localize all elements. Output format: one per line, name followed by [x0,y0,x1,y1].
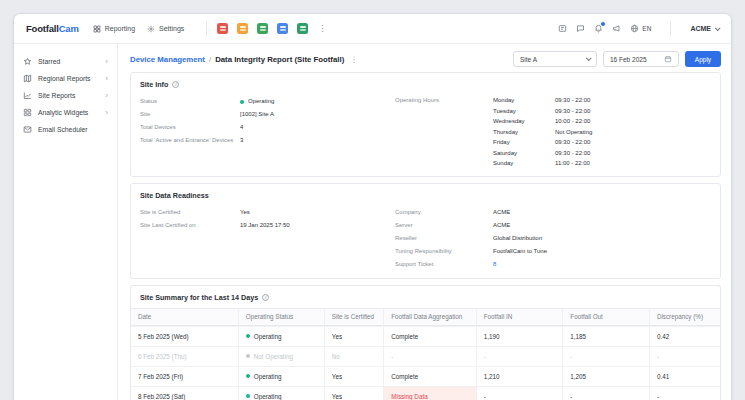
cell-footfall-out: - [563,387,650,400]
app-launcher-icon[interactable] [217,23,228,34]
more-apps-icon[interactable]: ⋮ [318,24,326,33]
field-value: 19 Jan 2025 17:50 [240,219,290,232]
cell-aggregation: - [384,347,476,366]
chat-icon[interactable] [576,24,585,33]
status-label: Status [140,95,240,108]
field-label: Reseller [395,232,493,245]
top-navbar: FootfallCam Reporting Settings [14,14,731,44]
nav-settings-label: Settings [159,25,184,32]
breadcrumb-device-management[interactable]: Device Management [130,55,205,64]
operating-hours-row: Monday 09:30 - 22:00 [493,95,711,106]
topbar-divider [206,22,207,36]
readiness-field-row: Reseller Global Distribution [395,232,711,245]
cell-footfall-out: 1,205 [563,367,650,386]
table-row[interactable]: 8 Feb 2025 (Sat) Operating Yes Missing D… [131,386,720,400]
sidebar-item-label: Starred [38,58,60,65]
whats-new-icon[interactable] [558,24,567,33]
cell-date: 5 Feb 2025 (Wed) [131,327,239,346]
account-menu[interactable]: ACME [690,25,719,32]
day-label: Tuesday [493,106,555,117]
cell-certified: Yes [325,327,384,346]
app-launcher-icon[interactable] [297,23,308,34]
field-value: [1002] Site A [240,108,274,121]
hours-value: 09:30 - 22:00 [555,106,590,117]
table-row[interactable]: 7 Feb 2025 (Fri) Operating Yes Complete … [131,366,720,386]
status-row: Status Operating [140,95,395,108]
chevron-down-icon [715,25,721,31]
announcement-icon[interactable] [612,24,621,33]
cell-discrepancy: 0.41 [650,367,720,386]
cell-aggregation: Complete [384,327,476,346]
day-label: Thursday [493,127,555,138]
main-content: Device Management / Data Integrity Repor… [118,44,731,400]
account-name: ACME [690,25,711,32]
chevron-right-icon: › [105,58,108,66]
language-label: EN [642,25,651,32]
field-label: Support Ticket [395,258,493,271]
topbar-divider-2 [670,22,671,36]
col-header-footfall-out: Footfall Out [563,309,650,325]
app-launcher-icon[interactable] [277,23,288,34]
globe-icon [630,24,639,33]
site-data-readiness-panel: Site Data Readiness Site is Certified Ye… [130,183,721,279]
topbar-right-cluster: EN ACME [558,22,719,36]
sidebar-item[interactable]: Analytic Widgets › [14,104,117,121]
field-label: Total 'Active and Entrance' Devices [140,134,240,147]
widgets-icon [23,108,33,117]
sidebar-item[interactable]: Regional Reports › [14,70,117,87]
site-select[interactable]: Site A [513,51,597,67]
nav-reporting[interactable]: Reporting [93,25,135,33]
star-icon [23,57,33,66]
readiness-right-fields: Company ACME Server ACME Resel [395,206,711,271]
cell-operating-status: Operating [239,387,325,400]
field-label: Site Last Certified on [140,219,240,232]
day-label: Sunday [493,158,555,169]
apply-button[interactable]: Apply [685,51,721,67]
readiness-left-fields: Site is Certified Yes Site Last Certifie… [140,206,395,271]
sidebar-item[interactable]: Starred › [14,53,117,70]
sidebar-item[interactable]: Email Scheduler [14,121,117,138]
cell-discrepancy: - [650,347,720,366]
table-row[interactable]: 5 Feb 2025 (Wed) Operating Yes Complete … [131,326,720,346]
breadcrumb-separator: / [209,55,211,64]
status-text: Not Operating [254,353,293,360]
info-icon[interactable] [172,81,179,88]
site-info-field-row: Total 'Active and Entrance' Devices 3 [140,134,395,147]
field-label: Server [395,219,493,232]
header-controls: Site A 16 Feb 2025 Apply [513,51,721,67]
site-info-panel: Site Info Status Operating [130,72,721,177]
site-info-field-row: Total Devices 4 [140,121,395,134]
status-dot-icon [246,354,250,358]
cell-operating-status: Operating [239,327,325,346]
hours-value: Not Operating [555,127,592,138]
cell-certified: Yes [325,387,384,400]
operating-hours-row: Tuesday 09:30 - 22:00 [493,106,711,117]
readiness-title-text: Site Data Readiness [140,191,209,200]
app-launcher-icon[interactable] [257,23,268,34]
sidebar-item-label: Regional Reports [38,75,91,82]
info-icon[interactable] [262,294,269,301]
cell-footfall-in: - [477,387,564,400]
sidebar-item[interactable]: Site Reports › [14,87,117,104]
date-picker[interactable]: 16 Feb 2025 [603,51,679,67]
day-label: Saturday [493,148,555,159]
notifications-bell-icon[interactable] [594,24,603,33]
table-body: 5 Feb 2025 (Wed) Operating Yes Complete … [131,326,720,400]
status-text: Operating [254,333,282,340]
nav-reporting-label: Reporting [105,25,135,32]
status-value: Operating [248,95,274,108]
reporting-grid-icon [93,25,101,33]
col-header-footfall-in: Footfall IN [477,309,564,325]
chevron-right-icon: › [105,75,108,83]
sidebar: Starred › Regional Reports › Site Report… [14,44,118,400]
app-launcher-icon[interactable] [237,23,248,34]
cell-operating-status: Operating [239,367,325,386]
footfallcam-logo[interactable]: FootfallCam [26,23,79,34]
nav-settings[interactable]: Settings [147,25,184,33]
page-options-kebab-icon[interactable]: ⋮ [350,55,358,64]
table-row[interactable]: 6 Feb 2025 (Thu) Not Operating No - - - … [131,346,720,366]
language-selector[interactable]: EN [630,24,651,33]
site-info-title-text: Site Info [140,80,168,89]
sidebar-item-label: Analytic Widgets [38,109,88,116]
site-select-value: Site A [520,56,537,63]
